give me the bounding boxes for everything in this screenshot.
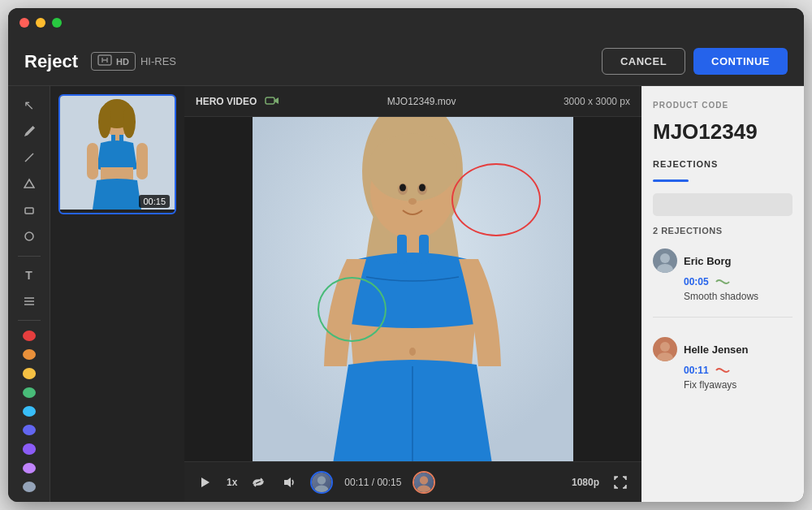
rejection-detail-row-2: 00:11 <box>653 364 793 377</box>
video-quality: 1080p <box>572 477 599 488</box>
svg-rect-17 <box>111 135 115 146</box>
svg-point-45 <box>660 342 670 352</box>
video-thumbnail[interactable]: 00:15 <box>58 94 176 214</box>
product-code-value: MJO12349 <box>653 119 793 145</box>
hd-icon <box>97 54 112 68</box>
color-gray[interactable] <box>23 482 36 492</box>
maximize-dot[interactable] <box>52 18 62 28</box>
svg-rect-34 <box>397 235 407 264</box>
color-purple[interactable] <box>23 463 36 473</box>
svg-point-40 <box>315 485 329 494</box>
svg-line-4 <box>25 153 33 162</box>
video-dimensions: 3000 x 3000 px <box>564 96 630 107</box>
avatar-left <box>310 471 333 494</box>
svg-rect-6 <box>25 208 33 214</box>
svg-point-41 <box>420 476 428 484</box>
cancel-button[interactable]: CANCEL <box>602 48 685 75</box>
right-panel: PRODUCT CODE MJO12349 REJECTIONS 2 REJEC… <box>641 86 804 502</box>
rejections-search-input[interactable] <box>653 193 793 216</box>
rejection-icon-2 <box>715 364 730 377</box>
svg-point-30 <box>400 184 406 192</box>
continue-button[interactable]: CONTINUE <box>693 48 788 75</box>
color-green[interactable] <box>23 387 36 398</box>
circle-tool[interactable] <box>16 226 42 247</box>
cursor-tool[interactable]: ↖ <box>16 94 42 115</box>
line-tool[interactable] <box>16 147 42 168</box>
product-code-label: PRODUCT CODE <box>653 101 793 110</box>
svg-rect-22 <box>266 97 274 104</box>
video-area: HERO VIDEO MJO12349.mov 3000 x 3000 px <box>184 86 641 502</box>
avatar-right-img <box>414 473 434 492</box>
svg-rect-21 <box>136 143 148 179</box>
video-frame <box>253 117 573 461</box>
toolbar: ↖ T <box>8 86 50 502</box>
playback-time: 00:11 / 00:15 <box>344 477 401 488</box>
rejections-underline <box>653 179 689 182</box>
main-area: ↖ T <box>8 86 804 502</box>
thumbnail-panel: 00:15 <box>50 86 184 502</box>
video-frame-container <box>184 117 641 461</box>
text-tool[interactable]: T <box>16 264 42 285</box>
color-cyan[interactable] <box>23 406 36 417</box>
header: Reject HD HI-RES CANCEL CONTINUE <box>8 37 804 86</box>
svg-rect-35 <box>419 235 429 264</box>
rejection-item-2: Helle Jensen 00:11 Fix flyaways <box>653 337 793 391</box>
svg-point-43 <box>660 253 670 263</box>
svg-point-39 <box>317 476 326 484</box>
svg-marker-37 <box>201 478 209 487</box>
video-label-icon <box>265 95 279 108</box>
svg-point-46 <box>657 352 673 361</box>
rejection-user-row-1: Eric Borg <box>653 249 793 273</box>
color-indigo[interactable] <box>23 425 36 435</box>
svg-point-44 <box>657 264 673 273</box>
titlebar <box>8 8 804 37</box>
rejection-text-1: Smooth shadows <box>653 291 793 302</box>
minimize-dot[interactable] <box>36 18 45 28</box>
svg-point-14 <box>98 106 111 138</box>
triangle-tool[interactable] <box>16 173 42 194</box>
color-orange[interactable] <box>23 349 36 360</box>
video-meta-bar: HERO VIDEO MJO12349.mov 3000 x 3000 px <box>184 86 641 117</box>
list-tool[interactable] <box>16 291 42 312</box>
avatar-right <box>412 471 435 494</box>
svg-point-31 <box>419 184 425 192</box>
play-button[interactable] <box>196 473 215 492</box>
svg-point-7 <box>25 232 33 240</box>
loop-button[interactable] <box>248 473 268 492</box>
svg-point-15 <box>123 106 136 138</box>
color-yellow[interactable] <box>23 368 36 378</box>
fullscreen-button[interactable] <box>611 473 630 492</box>
rejection-time-2: 00:11 <box>684 365 709 376</box>
hd-label: HD <box>116 57 129 67</box>
close-dot[interactable] <box>19 18 29 28</box>
rejection-text-2: Fix flyaways <box>653 379 793 391</box>
thumbnail-time: 00:15 <box>139 195 170 208</box>
rejection-avatar-img-1 <box>653 249 677 273</box>
svg-rect-20 <box>87 143 98 179</box>
svg-point-27 <box>368 133 457 201</box>
rejections-count: 2 REJECTIONS <box>653 226 793 236</box>
color-red[interactable] <box>23 331 36 341</box>
toolbar-divider-2 <box>18 320 41 321</box>
rejection-user-name-1: Eric Borg <box>684 255 732 267</box>
avatar-left-img <box>312 473 331 492</box>
video-label: HERO VIDEO <box>196 96 257 107</box>
hd-badge: HD <box>91 52 136 71</box>
toolbar-divider-1 <box>18 256 41 257</box>
video-filename: MJO12349.mov <box>387 96 456 107</box>
app-window: Reject HD HI-RES CANCEL CONTINUE ↖ <box>8 8 804 502</box>
rejection-icon-1 <box>715 275 730 288</box>
svg-point-36 <box>409 348 416 356</box>
volume-button[interactable] <box>279 473 299 492</box>
rejection-divider <box>653 317 793 318</box>
rect-tool[interactable] <box>16 200 42 221</box>
pencil-tool[interactable] <box>16 120 42 141</box>
page-title: Reject <box>24 51 78 72</box>
color-violet[interactable] <box>23 443 36 454</box>
rejection-item-1: Eric Borg 00:05 Smooth shadows <box>653 249 793 302</box>
svg-marker-38 <box>284 478 291 487</box>
rejection-avatar-img-2 <box>653 337 677 361</box>
rejection-time-1: 00:05 <box>684 276 709 287</box>
svg-marker-5 <box>24 179 34 188</box>
svg-rect-18 <box>119 135 123 146</box>
